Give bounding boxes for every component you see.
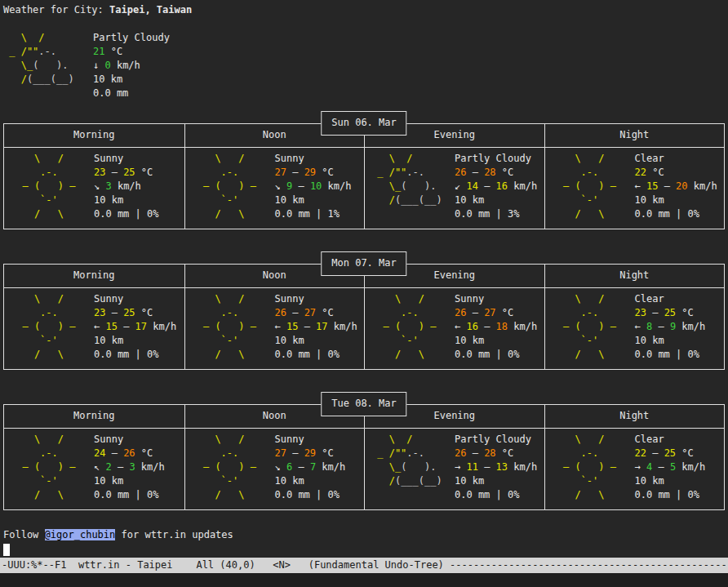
- follow-suffix: for wttr.in updates: [115, 529, 233, 540]
- precipitation: 0.0 mm | 0%: [455, 348, 537, 362]
- forecast-cell-details: Partly Cloudy26 – 28 °C→ 11 – 13 km/h10 …: [455, 433, 537, 502]
- visibility: 10 km: [275, 474, 346, 488]
- wind-speed: ← 15 – 17 km/h: [94, 320, 176, 334]
- wind-speed: ← 15 – 20 km/h: [635, 180, 717, 193]
- emacs-frame: Weather for City: Taipei, Taiwan \ / _ /…: [0, 0, 728, 587]
- forecast-cell-details: Clear23 – 25 °C← 8 – 9 km/h10 km0.0 mm |…: [635, 292, 706, 362]
- sunny-icon: \ / .-. – ( ) – `-' / \: [11, 292, 89, 362]
- forecast-cell-night: \ / .-. – ( ) – `-' / \Clear22 °C← 15 – …: [544, 147, 725, 229]
- visibility: 10 km: [275, 334, 357, 348]
- visibility: 10 km: [94, 474, 165, 488]
- precipitation: 0.0 mm | 0%: [94, 348, 176, 362]
- forecast-cell-evening: \ / _ /"".-. \_( ). /(___(__)Partly Clou…: [364, 147, 544, 229]
- condition-label: Sunny: [94, 433, 165, 447]
- sunny-icon: \ / .-. – ( ) – `-' / \: [192, 292, 270, 362]
- condition-label: Sunny: [275, 292, 357, 306]
- visibility: 10 km: [635, 474, 706, 488]
- condition-label: Sunny: [275, 433, 346, 447]
- condition-label: Sunny: [94, 292, 176, 306]
- emacs-modeline[interactable]: -UUU:%*--F1 wttr.in - Taipei All (40,0) …: [0, 558, 728, 573]
- wind-speed: ← 16 – 18 km/h: [455, 320, 537, 334]
- forecast-cell-details: Sunny23 – 25 °C← 15 – 17 km/h10 km0.0 mm…: [94, 292, 176, 362]
- block-cursor: [3, 544, 10, 556]
- wttr-buffer: Weather for City: Taipei, Taiwan \ / _ /…: [0, 0, 728, 558]
- sunny-icon: \ / .-. – ( ) – `-' / \: [11, 152, 89, 221]
- follow-prefix: Follow: [3, 529, 45, 540]
- sunny-icon: \ / .-. – ( ) – `-' / \: [552, 433, 630, 502]
- temperature: 23 – 25 °C: [94, 306, 176, 320]
- forecast-cell-details: Sunny27 – 29 °C↘ 6 – 7 km/h10 km0.0 mm |…: [275, 433, 346, 502]
- condition-label: Sunny: [275, 152, 352, 166]
- wind-speed: ↘ 6 – 7 km/h: [275, 460, 346, 474]
- precipitation: 0.0 mm | 0%: [635, 348, 706, 362]
- wind-speed: ↖ 2 – 3 km/h: [94, 460, 165, 474]
- temperature: 26 – 27 °C: [455, 306, 537, 320]
- title-space: [104, 4, 109, 16]
- forecast-table: MorningNoonEveningNight \ / .-. – ( ) – …: [3, 404, 725, 510]
- temperature: 26 – 28 °C: [455, 166, 537, 180]
- forecast-cell-details: Sunny26 – 27 °C← 15 – 17 km/h10 km0.0 mm…: [275, 292, 357, 362]
- partly-cloudy-icon: \ / _ /"".-. \_( ). /(___(__): [3, 31, 88, 100]
- wind-speed: ↓ 0 km/h: [93, 59, 170, 73]
- current-art-slot: \ / _ /"".-. \_( ). /(___(__): [3, 31, 88, 100]
- title-prefix: Weather for City:: [3, 4, 104, 16]
- precipitation: 0.0 mm | 0%: [94, 488, 165, 502]
- wind-speed: → 11 – 13 km/h: [455, 460, 537, 474]
- modeline-text: -UUU:%*--F1 wttr.in - Taipei All (40,0) …: [2, 559, 450, 571]
- temperature: 27 – 29 °C: [275, 447, 346, 460]
- forecast-cell-evening: \ / .-. – ( ) – `-' / \Sunny26 – 27 °C← …: [364, 287, 544, 369]
- partly-cloudy-icon: \ / _ /"".-. \_( ). /(___(__): [371, 433, 450, 502]
- precipitation: 0.0 mm | 0%: [635, 207, 717, 221]
- forecast-cell-details: Sunny24 – 26 °C↖ 2 – 3 km/h10 km0.0 mm |…: [94, 433, 165, 502]
- period-header-morning: Morning: [4, 405, 184, 428]
- forecast-table: MorningNoonEveningNight \ / .-. – ( ) – …: [3, 264, 725, 370]
- weather-title: Weather for City: Taipei, Taiwan: [3, 3, 728, 17]
- temperature: 22 °C: [635, 166, 717, 180]
- precipitation: 0.0 mm | 0%: [455, 488, 537, 502]
- visibility: 10 km: [455, 474, 537, 488]
- sunny-icon: \ / .-. – ( ) – `-' / \: [552, 292, 630, 362]
- visibility: 10 km: [455, 334, 537, 348]
- current-conditions: \ / _ /"".-. \_( ). /(___(__) Partly Clo…: [3, 31, 728, 100]
- forecast-days: Sun 06. MarMorningNoonEveningNight \ / .…: [3, 123, 728, 510]
- precipitation: 0.0 mm | 1%: [275, 207, 352, 221]
- modeline-dashes: ----------------------------------------…: [450, 559, 728, 571]
- period-header-morning: Morning: [4, 124, 184, 147]
- forecast-cell-details: Sunny26 – 27 °C← 16 – 18 km/h10 km0.0 mm…: [455, 292, 537, 362]
- temperature: 26 – 27 °C: [275, 306, 357, 320]
- forecast-cell-details: Clear22 – 25 °C→ 4 – 5 km/h10 km0.0 mm |…: [635, 433, 706, 502]
- forecast-cell-morning: \ / .-. – ( ) – `-' / \Sunny23 – 25 °C← …: [4, 287, 184, 369]
- wind-speed: ↘ 3 km/h: [94, 180, 158, 193]
- forecast-date-box: Mon 07. Mar: [321, 251, 406, 276]
- sunny-icon: \ / .-. – ( ) – `-' / \: [11, 433, 89, 502]
- condition-label: Partly Cloudy: [455, 152, 537, 166]
- condition-label: Clear: [635, 433, 706, 447]
- visibility: 10 km: [94, 193, 158, 207]
- condition-label: Clear: [635, 292, 706, 306]
- twitter-handle-link[interactable]: @igor_chubin: [45, 529, 116, 540]
- visibility: 10 km: [93, 73, 170, 87]
- forecast-day-1: Sun 06. MarMorningNoonEveningNight \ / .…: [3, 123, 725, 229]
- forecast-cell-details: Clear22 °C← 15 – 20 km/h10 km0.0 mm | 0%: [635, 152, 717, 221]
- precipitation: 0.0 mm | 0%: [635, 488, 706, 502]
- visibility: 10 km: [635, 193, 717, 207]
- current-info: Partly Cloudy21 °C↓ 0 km/h10 km0.0 mm: [93, 31, 170, 100]
- wind-speed: ↙ 14 – 16 km/h: [455, 180, 537, 193]
- period-header-night: Night: [544, 265, 725, 287]
- forecast-date-box: Sun 06. Mar: [321, 111, 406, 136]
- condition-label: Clear: [635, 152, 717, 166]
- sunny-icon: \ / .-. – ( ) – `-' / \: [371, 292, 450, 362]
- forecast-cell-noon: \ / .-. – ( ) – `-' / \Sunny27 – 29 °C↘ …: [184, 428, 365, 509]
- visibility: 10 km: [275, 193, 352, 207]
- temperature: 23 – 25 °C: [635, 306, 706, 320]
- emacs-minibuffer[interactable]: [0, 573, 728, 587]
- forecast-cell-noon: \ / .-. – ( ) – `-' / \Sunny27 – 29 °C↘ …: [184, 147, 365, 229]
- wind-speed: ↘ 9 – 10 km/h: [275, 180, 352, 193]
- sunny-icon: \ / .-. – ( ) – `-' / \: [192, 152, 270, 221]
- forecast-cell-details: Sunny23 – 25 °C↘ 3 km/h10 km0.0 mm | 0%: [94, 152, 158, 221]
- sunny-icon: \ / .-. – ( ) – `-' / \: [552, 152, 630, 221]
- visibility: 10 km: [94, 334, 176, 348]
- location-name: Taipei, Taiwan: [109, 4, 192, 16]
- wind-speed: → 4 – 5 km/h: [635, 460, 706, 474]
- forecast-day-2: Mon 07. MarMorningNoonEveningNight \ / .…: [3, 264, 725, 370]
